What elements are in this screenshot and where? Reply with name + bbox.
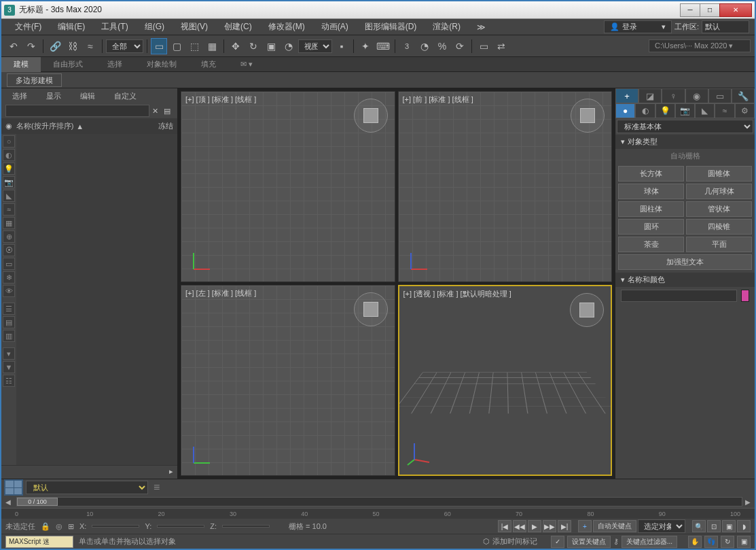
placement-button[interactable]: ◔ bbox=[281, 38, 297, 54]
menu-more[interactable]: ≫ bbox=[469, 20, 494, 35]
filter-helpers-icon[interactable]: ◣ bbox=[3, 190, 15, 202]
scene-tab-edit[interactable]: 编辑 bbox=[73, 90, 102, 102]
frozen-column-header[interactable]: 冻结 bbox=[158, 121, 173, 131]
box-button[interactable]: 长方体 bbox=[618, 166, 684, 182]
torus-button[interactable]: 圆环 bbox=[618, 219, 684, 235]
plane-button[interactable]: 平面 bbox=[686, 237, 752, 252]
select-object-button[interactable]: ▭ bbox=[151, 38, 167, 54]
display-none-icon[interactable]: ☰ bbox=[3, 303, 15, 315]
move-button[interactable]: ✥ bbox=[228, 38, 244, 54]
link-button[interactable]: 🔗 bbox=[47, 38, 63, 54]
object-type-rollout[interactable]: ▾对象类型 bbox=[615, 135, 755, 149]
viewport-top-label[interactable]: [+] [顶 ] [标准 ] [线框 ] bbox=[185, 94, 256, 105]
spinner-snap-button[interactable]: ⟳ bbox=[452, 38, 468, 54]
name-color-rollout[interactable]: ▾名称和颜色 bbox=[615, 273, 755, 287]
window-crossing-button[interactable]: ▦ bbox=[204, 38, 220, 54]
y-coord-input[interactable] bbox=[157, 525, 204, 528]
nav-pan-icon[interactable]: ✋ bbox=[688, 536, 702, 548]
nav-zoom-icon[interactable]: 🔍 bbox=[692, 520, 706, 532]
menu-animation[interactable]: 动画(A) bbox=[313, 20, 357, 35]
project-path[interactable]: C:\Users\··· Max 2020 ▾ bbox=[649, 39, 751, 52]
spacewarps-category[interactable]: ≈ bbox=[715, 103, 734, 118]
pivot-center-button[interactable]: ▪ bbox=[334, 38, 350, 54]
menu-graph-editors[interactable]: 图形编辑器(D) bbox=[357, 20, 425, 35]
lock-icon[interactable]: ☷ bbox=[3, 375, 15, 387]
minimize-button[interactable]: ─ bbox=[680, 3, 700, 17]
maxscript-listener[interactable]: MAXScript 迷 bbox=[5, 536, 73, 548]
display-tab[interactable]: ▭ bbox=[708, 88, 732, 103]
select-by-name-button[interactable]: ▢ bbox=[168, 38, 185, 54]
time-slider[interactable]: 0 / 100 bbox=[16, 497, 742, 506]
set-key-icon[interactable]: ✓ bbox=[551, 536, 564, 548]
nav-orbit-icon[interactable]: ↻ bbox=[721, 536, 734, 548]
layer-select[interactable]: 默认 bbox=[26, 481, 148, 494]
add-time-tag[interactable]: 添加时间标记 bbox=[492, 536, 537, 547]
menu-rendering[interactable]: 渲染(R) bbox=[425, 20, 469, 35]
viewport-front[interactable]: [+] [前 ] [标准 ] [线框 ] bbox=[398, 91, 613, 282]
filter-frozen-icon[interactable]: ❄ bbox=[3, 271, 15, 283]
auto-key-button[interactable]: 自动关键点 bbox=[593, 520, 636, 532]
filter-geometry-icon[interactable]: ○ bbox=[3, 135, 15, 148]
helpers-category[interactable]: ◣ bbox=[695, 103, 715, 118]
create-tab[interactable]: + bbox=[615, 88, 638, 103]
filter-groups-icon[interactable]: ▦ bbox=[3, 217, 15, 229]
display-children-icon[interactable]: ▤ bbox=[3, 316, 15, 328]
modify-tab[interactable]: ◪ bbox=[638, 88, 662, 103]
viewcube-top[interactable] bbox=[354, 99, 388, 133]
viewport-perspective[interactable]: [+] [透视 ] [标准 ] [默认明暗处理 ] bbox=[398, 285, 613, 476]
filter-bone-icon[interactable]: ⦿ bbox=[3, 244, 15, 256]
undo-button[interactable]: ↶ bbox=[5, 38, 22, 54]
viewport-left-label[interactable]: [+] [左 ] [标准 ] [线框 ] bbox=[185, 288, 256, 298]
display-influences-icon[interactable]: ▥ bbox=[3, 330, 15, 342]
object-type-dropdown[interactable]: 标准基本体 bbox=[617, 120, 753, 133]
sphere-button[interactable]: 球体 bbox=[618, 184, 684, 199]
key-selected-select[interactable]: 选定对象 bbox=[638, 519, 685, 533]
menu-tools[interactable]: 工具(T) bbox=[93, 20, 136, 35]
geometry-category[interactable]: ● bbox=[615, 103, 635, 118]
geosphere-button[interactable]: 几何球体 bbox=[686, 184, 752, 199]
tube-button[interactable]: 管状体 bbox=[686, 201, 752, 217]
pyramid-button[interactable]: 四棱锥 bbox=[686, 219, 752, 235]
scene-list[interactable] bbox=[16, 134, 177, 465]
login-box[interactable]: 👤 登录 ▾ bbox=[604, 20, 672, 33]
nav-zoom-all-icon[interactable]: ⊡ bbox=[707, 520, 721, 532]
menu-group[interactable]: 组(G) bbox=[137, 20, 173, 35]
select-region-button[interactable]: ⬚ bbox=[186, 38, 202, 54]
goto-start-button[interactable]: |◀ bbox=[498, 520, 511, 532]
teapot-button[interactable]: 茶壶 bbox=[618, 237, 684, 252]
scene-tab-customize[interactable]: 自定义 bbox=[107, 90, 143, 102]
lock-selection-icon[interactable]: 🔒 bbox=[41, 522, 50, 531]
z-coord-input[interactable] bbox=[222, 525, 270, 528]
set-key-mode-button[interactable]: 设置关键点 bbox=[567, 536, 611, 548]
prev-frame-button[interactable]: ◀◀ bbox=[513, 520, 526, 532]
named-selection-button[interactable]: ▭ bbox=[475, 38, 492, 54]
workspace-select[interactable]: 默认 bbox=[702, 20, 749, 33]
scene-search-input[interactable] bbox=[5, 105, 149, 117]
pick-icon[interactable]: ▼ bbox=[3, 361, 15, 373]
scene-tab-display[interactable]: 显示 bbox=[39, 90, 68, 102]
ribbon-tab-freeform[interactable]: 自由形式 bbox=[41, 57, 95, 72]
autogrid-checkbox[interactable]: 自动栅格 bbox=[615, 149, 755, 163]
next-frame-button[interactable]: ▶▶ bbox=[543, 520, 556, 532]
object-name-input[interactable] bbox=[621, 290, 737, 302]
time-slider-prev[interactable]: ◀ bbox=[5, 498, 11, 506]
viewcube-left[interactable] bbox=[354, 292, 388, 326]
snap-3-button[interactable]: 3 bbox=[399, 38, 415, 54]
sync-selection-icon[interactable]: ▾ bbox=[3, 347, 15, 360]
macro-recorder-icon[interactable]: ⬡ bbox=[483, 537, 490, 546]
ribbon-tab-modeling[interactable]: 建模 bbox=[1, 57, 41, 72]
cameras-category[interactable]: 📷 bbox=[675, 103, 695, 118]
nav-fov-icon[interactable]: ◗ bbox=[737, 520, 751, 532]
ribbon-tab-extras[interactable]: ✉ ▾ bbox=[228, 57, 265, 72]
toggle-all-icon[interactable]: ◉ bbox=[5, 122, 12, 131]
ribbon-tab-populate[interactable]: 填充 bbox=[189, 57, 228, 72]
filter-xrefs-icon[interactable]: ⊕ bbox=[3, 230, 15, 243]
menu-file[interactable]: 文件(F) bbox=[7, 20, 50, 35]
time-slider-handle[interactable]: 0 / 100 bbox=[17, 498, 58, 506]
viewport-persp-label[interactable]: [+] [透视 ] [标准 ] [默认明暗处理 ] bbox=[403, 289, 511, 299]
cylinder-button[interactable]: 圆柱体 bbox=[618, 201, 684, 217]
selection-filter[interactable]: 全部 bbox=[106, 39, 143, 53]
goto-end-button[interactable]: ▶| bbox=[558, 520, 571, 532]
cone-button[interactable]: 圆锥体 bbox=[686, 166, 752, 182]
viewcube-persp[interactable] bbox=[570, 293, 604, 327]
